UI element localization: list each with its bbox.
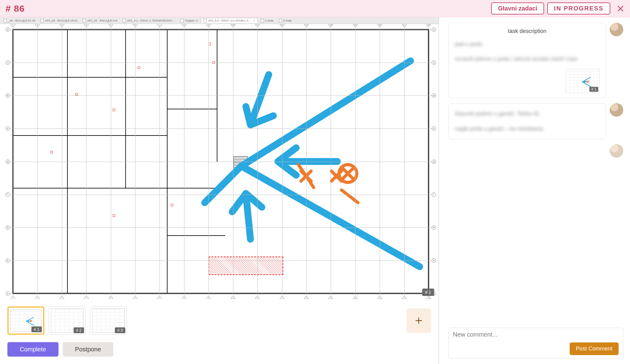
right-pane: task description pad u podu oznaciti job…	[439, 17, 630, 364]
document-icon	[4, 19, 7, 22]
thumbnail[interactable]: # 3	[90, 306, 127, 335]
thumbnail-badge: # 2	[74, 327, 84, 333]
grid-bubble: 1	[11, 24, 15, 26]
grid-bubble: 8	[182, 297, 186, 299]
viewer-image-badge: # 1	[422, 289, 434, 296]
task-description-card: task description pad u podu oznaciti job…	[448, 23, 606, 98]
document-icon	[204, 19, 207, 22]
plan-tab-label: АР1_4.1 - ПЛАН -1 ТЕХНИЧЕСКОГ…	[127, 19, 175, 22]
thumbnail[interactable]: # 2	[49, 306, 86, 335]
thumbnail[interactable]: # 1	[7, 306, 44, 335]
plan-tab[interactable]: Подвал -1	[178, 18, 200, 23]
grid-bubble: 5	[109, 297, 113, 299]
comment-text: dopuniti padom u garaži. Tačka 42.	[455, 108, 600, 119]
grid-bubble: 18	[426, 297, 431, 299]
grid-bubble: 9	[206, 24, 211, 26]
thumbnail-badge: # 3	[115, 327, 125, 333]
grid-bubble: 2	[35, 24, 39, 26]
document-icon	[279, 19, 282, 22]
grid-bubble: 15	[353, 297, 357, 299]
grid-bubble: 11	[255, 297, 260, 299]
main-tasks-button[interactable]: Glavni zadaci	[491, 2, 544, 14]
document-icon	[261, 19, 264, 22]
task-description-attachment[interactable]: # 1	[455, 69, 600, 93]
plan-tab-bar: _24 - ФАСАД В 01-18АР1_23 - ФАСАД В 18-0…	[0, 17, 438, 24]
plan-tab[interactable]: АР1_4.1 - ПЛАН -1 ТЕХНИЧЕСКОГ…	[120, 18, 177, 23]
grid-bubble: 1	[11, 297, 15, 299]
post-comment-button[interactable]: Post Comment	[570, 342, 619, 355]
grid-bubble: Д	[6, 160, 10, 164]
grid-bubble: 7	[157, 297, 162, 299]
main-body: _24 - ФАСАД В 01-18АР1_23 - ФАСАД В 18-0…	[0, 17, 630, 364]
grid-bubble: 16	[378, 297, 382, 299]
grid-bubble: 15	[353, 24, 357, 26]
tab-close-icon[interactable]: ×	[253, 19, 255, 22]
grid-bubble: 11	[255, 24, 260, 26]
comments-list[interactable]: task description pad u podu oznaciti job…	[439, 17, 630, 325]
avatar	[610, 103, 623, 117]
grid-bubble: И	[432, 27, 436, 32]
grid-bubble: Б	[6, 258, 10, 263]
grid-bubble: Ж	[6, 93, 10, 98]
plan-tab[interactable]: 3 этаж	[277, 18, 294, 23]
grid-bubble: Б	[432, 258, 436, 263]
plan-tab[interactable]: _24 - ФАСАД В 01-18	[1, 18, 38, 23]
attachment-thumbnail[interactable]: # 1	[566, 69, 600, 93]
plan-tab[interactable]: 1 этаж	[258, 18, 276, 23]
add-attachment-button[interactable]	[406, 308, 431, 333]
grid-bubble: 5	[109, 24, 113, 26]
grid-bubble: 14	[329, 297, 333, 299]
plan-viewer[interactable]: _24 - ФАСАД В 01-18АР1_23 - ФАСАД В 18-0…	[0, 17, 438, 299]
sheet-frame: 1122334455667788991010111112121313141415…	[12, 29, 429, 294]
grid-bubble: 13	[304, 24, 309, 26]
comment-input[interactable]	[453, 331, 619, 338]
task-id: # 86	[6, 3, 25, 14]
document-icon	[123, 19, 126, 22]
plan-tab-label: 1 этаж	[265, 19, 273, 22]
avatar	[610, 23, 623, 36]
grid-bubble: Д	[432, 160, 436, 164]
floorplan-canvas[interactable]: 1122334455667788991010111112121313141415…	[0, 24, 438, 299]
grid-bubble: 14	[329, 24, 333, 26]
thumbnail-row: # 1# 2# 3	[0, 299, 438, 339]
complete-button[interactable]: Complete	[7, 342, 59, 357]
plan-tab-label: АР1_25 - ФАСАД В А-И	[87, 19, 117, 22]
comment-card: dopuniti padom u garaži. Tačka 42. nagib…	[448, 103, 606, 139]
grid-bubble: 10	[231, 24, 235, 26]
composer-box[interactable]: Post Comment	[448, 328, 623, 358]
grid-bubble: 13	[304, 297, 309, 299]
close-icon[interactable]	[616, 5, 624, 13]
grid-bubble: 18	[426, 24, 431, 26]
comment-text-2: nagib poda u garaži – ka rešetkama	[455, 123, 600, 134]
grid-bubble: 8	[182, 24, 186, 26]
plan-tab-label: АР1_3.3 - ПЛАН -1го ЭТАЖА, С…	[208, 19, 251, 22]
grid-bubble: 16	[378, 24, 382, 26]
plan-tab[interactable]: АР1_3.3 - ПЛАН -1го ЭТАЖА, С…×	[201, 18, 257, 23]
grid-bubble: 12	[280, 297, 284, 299]
grid-bubble: 4	[84, 24, 88, 26]
comment-item: task description pad u podu oznaciti job…	[448, 23, 623, 98]
grid-bubble: 17	[402, 297, 406, 299]
task-description-body: pad u podu	[455, 39, 600, 49]
plan-tab[interactable]: АР1_23 - ФАСАД В 18-01	[38, 18, 80, 23]
thumbnail-badge: # 1	[31, 326, 42, 332]
task-description-body-2: oznaciti jobove u podu i skinuti oznake …	[455, 54, 600, 64]
left-pane: _24 - ФАСАД В 01-18АР1_23 - ФАСАД В 18-0…	[0, 17, 439, 364]
comment-item-partial	[448, 144, 623, 158]
document-icon	[83, 19, 86, 22]
plan-tab[interactable]: АР1_25 - ФАСАД В А-И	[80, 18, 120, 23]
comment-item: dopuniti padom u garaži. Tačka 42. nagib…	[448, 103, 623, 139]
plan-tab-label: _24 - ФАСАД В 01-18	[8, 19, 35, 22]
attachment-badge: # 1	[589, 87, 598, 92]
grid-bubble: З	[6, 60, 10, 65]
grid-bubble: 6	[133, 24, 137, 26]
grid-bubble: З	[432, 60, 436, 65]
postpone-button[interactable]: Postpone	[63, 342, 114, 357]
grid-bubble: Г	[432, 192, 436, 197]
document-icon	[180, 19, 184, 22]
grid-bubble: Е	[432, 126, 436, 131]
comment-composer: Post Comment	[439, 325, 630, 364]
document-icon	[41, 19, 44, 22]
header-bar: # 86 Glavni zadaci IN PROGRESS	[0, 0, 630, 17]
status-pill[interactable]: IN PROGRESS	[547, 2, 610, 14]
